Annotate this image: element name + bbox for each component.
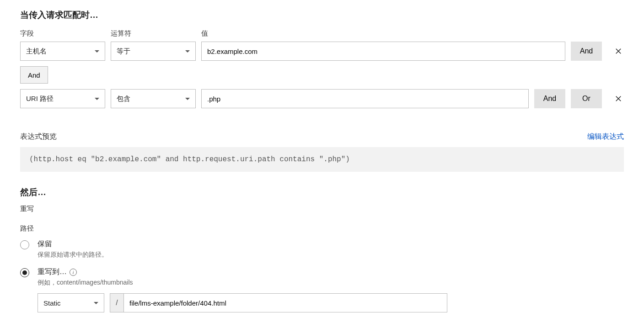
- path-prefix: /: [110, 293, 123, 312]
- value-input[interactable]: [201, 42, 565, 61]
- radio-option-preserve[interactable]: 保留 保留原始请求中的路径。: [20, 239, 624, 259]
- operator-select[interactable]: 包含: [111, 89, 196, 108]
- radio-description: 保留原始请求中的路径。: [38, 251, 108, 259]
- radio-option-rewrite-to[interactable]: 重写到… i 例如，content/images/thumbnails: [20, 267, 624, 287]
- rewrite-type-select[interactable]: Static: [38, 293, 104, 312]
- value-input[interactable]: [201, 89, 529, 108]
- then-heading: 然后…: [20, 186, 624, 198]
- logic-connector-button[interactable]: And: [20, 66, 48, 84]
- and-button[interactable]: And: [534, 89, 565, 108]
- rule-row: URI 路径 包含 And Or: [20, 89, 624, 108]
- expression-preview-label: 表达式预览: [20, 132, 57, 142]
- radio-button[interactable]: [20, 268, 29, 277]
- or-button[interactable]: Or: [571, 89, 602, 108]
- rewrite-path-input[interactable]: [123, 293, 447, 312]
- radio-description: 例如，content/images/thumbnails: [38, 279, 133, 287]
- info-icon[interactable]: i: [70, 269, 77, 276]
- operator-column-label: 运算符: [111, 29, 196, 38]
- operator-select-value: 等于: [117, 47, 130, 56]
- remove-rule-button[interactable]: [613, 46, 624, 57]
- radio-label: 重写到… i: [38, 267, 133, 277]
- and-button[interactable]: And: [571, 42, 602, 61]
- field-select-value: 主机名: [26, 47, 47, 56]
- chevron-down-icon: [94, 302, 98, 304]
- close-icon: [614, 47, 623, 55]
- radio-label: 保留: [38, 239, 108, 249]
- edit-expression-link[interactable]: 编辑表达式: [587, 132, 624, 142]
- rule-row: 主机名 等于 And: [20, 42, 624, 61]
- rewrite-label: 重写: [20, 205, 624, 213]
- field-column-label: 字段: [20, 29, 105, 38]
- close-icon: [614, 95, 623, 103]
- operator-select-value: 包含: [117, 95, 130, 103]
- field-select[interactable]: 主机名: [20, 42, 105, 61]
- chevron-down-icon: [185, 50, 190, 53]
- chevron-down-icon: [95, 50, 99, 53]
- chevron-down-icon: [185, 98, 190, 100]
- operator-select[interactable]: 等于: [111, 42, 196, 61]
- remove-rule-button[interactable]: [613, 93, 624, 104]
- chevron-down-icon: [95, 98, 99, 100]
- field-select[interactable]: URI 路径: [20, 89, 105, 108]
- expression-preview-code: (http.host eq "b2.example.com" and http.…: [20, 147, 624, 172]
- rewrite-type-value: Static: [43, 299, 61, 307]
- radio-button[interactable]: [20, 240, 29, 249]
- value-column-label: 值: [201, 29, 624, 38]
- path-label: 路径: [20, 224, 624, 233]
- field-select-value: URI 路径: [26, 95, 54, 103]
- when-match-heading: 当传入请求匹配时…: [20, 9, 624, 21]
